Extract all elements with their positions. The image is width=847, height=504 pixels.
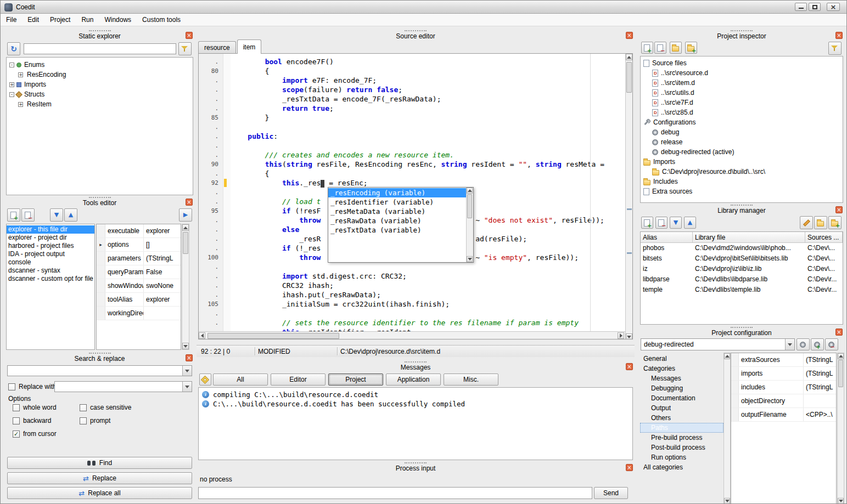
tab-item[interactable]: item xyxy=(237,39,262,54)
tree-item-release[interactable]: release xyxy=(641,137,843,147)
code-text[interactable] xyxy=(231,309,625,318)
checkbox-box[interactable] xyxy=(13,417,20,424)
replace-text-combo[interactable] xyxy=(54,381,192,392)
property-value[interactable]: (TStringL xyxy=(804,381,836,394)
maximize-button[interactable] xyxy=(809,3,821,11)
checkbox-box[interactable] xyxy=(80,417,87,424)
property-value[interactable]: <CPP>..\ xyxy=(804,408,836,421)
remove-source-button[interactable] xyxy=(654,42,666,54)
property-row-parameters[interactable]: parameters(TStringL xyxy=(97,252,181,265)
close-panel-button[interactable]: × xyxy=(835,32,843,39)
code-editor[interactable]: . bool encodee7F()80 {. import e7F: enco… xyxy=(198,53,633,339)
property-value[interactable]: explorer xyxy=(144,293,181,306)
tool-item-dscanner-custom-opt-for-file[interactable]: dscanner - custom opt for file xyxy=(7,275,94,283)
symbol-search-input[interactable] xyxy=(24,43,176,54)
scroll-down-button[interactable] xyxy=(182,343,189,349)
message-row[interactable]: icompiling C:\...\build\resource.d.coedi… xyxy=(199,390,632,399)
scroll-up-button[interactable] xyxy=(838,353,844,359)
close-panel-button[interactable]: × xyxy=(186,354,193,361)
menu-item-project[interactable]: Project xyxy=(44,14,76,26)
scroll-down-button[interactable] xyxy=(467,256,473,262)
property-row-imports[interactable]: imports(TStringL xyxy=(731,367,836,381)
property-row-extrasources[interactable]: extraSources(TStringL xyxy=(731,353,836,367)
add-folder-button[interactable] xyxy=(685,42,697,54)
tree-item-enums[interactable]: -Enums xyxy=(7,60,193,70)
replace-with-checkbox[interactable]: Replace with xyxy=(8,382,57,391)
move-library-down-button[interactable]: ▼ xyxy=(670,217,682,229)
checkbox-box[interactable]: ✓ xyxy=(13,431,20,438)
checkbox-whole-word[interactable]: whole word xyxy=(13,404,57,411)
replace-button[interactable]: ⇄Replace xyxy=(7,472,192,484)
scroll-up-button[interactable] xyxy=(626,54,632,60)
code-text[interactable]: { xyxy=(231,169,625,178)
scroll-down-button[interactable] xyxy=(838,498,844,504)
column-header-library-file[interactable]: Library file xyxy=(693,232,805,242)
search-text-combo[interactable] xyxy=(7,365,192,376)
checkbox-backward[interactable]: backward xyxy=(13,417,51,424)
filter-application-button[interactable]: Application xyxy=(386,373,441,386)
close-panel-button[interactable]: × xyxy=(835,206,843,213)
configuration-select[interactable]: debug-redirected xyxy=(641,338,795,350)
tree-item-imports[interactable]: Imports xyxy=(641,157,843,167)
add-tool-button[interactable] xyxy=(7,208,20,222)
code-text[interactable]: public: xyxy=(231,132,625,141)
close-panel-button[interactable]: × xyxy=(626,32,633,39)
drag-grip[interactable] xyxy=(731,327,753,329)
panel-header[interactable]: Tools editor × xyxy=(5,196,194,207)
code-text[interactable] xyxy=(231,262,625,271)
tree-item-source-files[interactable]: Source files xyxy=(641,58,843,68)
scroll-left-button[interactable] xyxy=(199,332,205,339)
tree-item-includes[interactable]: Includes xyxy=(641,177,843,186)
code-text[interactable]: return true; xyxy=(231,104,625,113)
refresh-config-button[interactable] xyxy=(796,338,810,350)
dropdown-button[interactable] xyxy=(182,382,192,392)
editor-vertical-scrollbar[interactable] xyxy=(625,54,633,339)
filter-all-button[interactable]: All xyxy=(213,373,268,386)
move-tool-up-button[interactable]: ▲ xyxy=(64,208,77,222)
property-value[interactable]: swoNone xyxy=(144,279,181,292)
plus-expander-icon[interactable]: + xyxy=(9,82,14,87)
remove-tool-button[interactable] xyxy=(21,208,35,222)
tree-item-src-e7f-d[interactable]: ..\src\e7F.d xyxy=(641,98,843,107)
code-text[interactable]: /// creates and encodes a new resource i… xyxy=(231,150,625,160)
property-row-objectdirectory[interactable]: objectDirectory xyxy=(731,394,836,408)
property-value[interactable]: (TStringL xyxy=(804,367,836,380)
property-value[interactable] xyxy=(144,307,181,320)
close-panel-button[interactable]: × xyxy=(186,32,193,39)
add-library-button[interactable] xyxy=(641,217,653,229)
remove-config-button[interactable] xyxy=(825,338,838,350)
completion-item-resrawdata-variable[interactable]: _resRawData (variable) xyxy=(328,216,466,225)
refresh-button[interactable]: ↻ xyxy=(7,42,20,55)
drag-grip[interactable] xyxy=(731,205,753,206)
scrollbar-thumb[interactable] xyxy=(183,232,188,254)
plus-expander-icon[interactable]: + xyxy=(18,102,23,107)
close-panel-button[interactable]: × xyxy=(626,464,633,471)
scroll-up-button[interactable] xyxy=(182,224,189,231)
completion-item-resmetadata-variable[interactable]: _resMetaData (variable) xyxy=(328,207,466,216)
code-text[interactable]: } xyxy=(231,113,625,122)
code-text[interactable]: // sets the resource identifier to the r… xyxy=(231,318,625,327)
code-text[interactable]: { xyxy=(231,66,625,76)
property-value[interactable]: (TStringL xyxy=(144,252,181,265)
drag-grip[interactable] xyxy=(89,30,111,32)
add-config-button[interactable] xyxy=(811,338,824,350)
add-library-folder-button[interactable] xyxy=(828,216,842,229)
library-row-temple[interactable]: templeC:\Dev\dlibs\temple.libC:\Dev\r... xyxy=(641,285,843,295)
editor-horizontal-scrollbar[interactable] xyxy=(199,331,625,339)
code-text[interactable]: import e7F: encode_7F; xyxy=(231,76,625,85)
completion-item-restxtdata-variable[interactable]: _resTxtData (variable) xyxy=(328,225,466,235)
menu-item-run[interactable]: Run xyxy=(76,14,99,26)
filter-project-button[interactable]: Project xyxy=(328,373,383,386)
code-text[interactable]: scope(failure) return false; xyxy=(231,85,625,94)
panel-header[interactable]: Messages × xyxy=(197,361,635,372)
menu-item-edit[interactable]: Edit xyxy=(22,14,44,26)
property-row-includes[interactable]: includes(TStringL xyxy=(731,381,836,394)
checkbox-box[interactable] xyxy=(8,383,15,390)
minus-expander-icon[interactable]: - xyxy=(9,63,14,67)
scrollbar-thumb[interactable] xyxy=(838,360,843,387)
library-row-bitsets[interactable]: bitsetsC:\Dev\dproj\bitSet\lib\bitsets.l… xyxy=(641,253,843,264)
code-text[interactable]: _resTxtData = encode_7F(_resRawData); xyxy=(231,94,625,104)
category-messages[interactable]: Messages xyxy=(640,373,723,383)
property-value[interactable]: explorer xyxy=(144,224,181,237)
column-header-sources[interactable]: Sources ... xyxy=(805,232,843,242)
